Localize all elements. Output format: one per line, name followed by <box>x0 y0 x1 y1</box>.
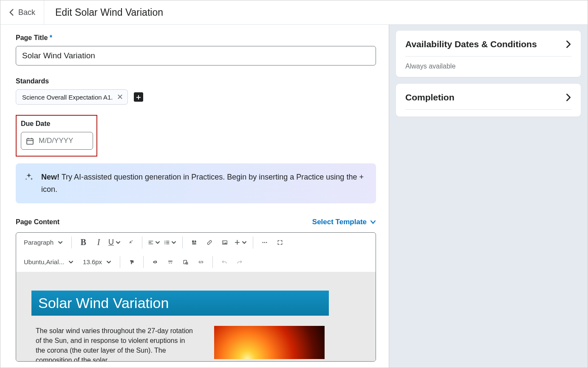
chevron-left-icon <box>9 9 14 16</box>
completion-card: Completion <box>396 84 581 117</box>
svg-rect-0 <box>27 139 33 144</box>
availability-status: Always available <box>405 57 571 70</box>
add-standard-button[interactable]: ＋ <box>134 92 143 102</box>
availability-card-header[interactable]: Availability Dates & Conditions <box>405 39 571 57</box>
page-title-input[interactable] <box>16 46 376 66</box>
availability-card: Availability Dates & Conditions Always a… <box>396 31 581 77</box>
accessibility-checker-button[interactable] <box>148 255 162 269</box>
due-date-input-wrap[interactable] <box>21 132 93 150</box>
svg-line-29 <box>187 264 188 264</box>
select-template-button[interactable]: Select Template <box>312 218 376 226</box>
standards-label: Standards <box>16 77 376 85</box>
svg-point-22 <box>266 242 267 242</box>
calendar-icon <box>26 137 34 145</box>
document-paragraph: The solar wind varies throughout the 27-… <box>36 326 195 361</box>
sparkle-icon <box>24 172 34 182</box>
due-date-label: Due Date <box>21 120 92 128</box>
svg-rect-17 <box>192 244 196 244</box>
page-title: Edit Solar Wind Variation <box>44 7 163 18</box>
bold-button[interactable]: B <box>76 235 90 250</box>
underline-button[interactable]: U <box>107 235 122 250</box>
chevron-down-icon <box>58 240 63 245</box>
link-button[interactable] <box>202 235 217 250</box>
svg-rect-16 <box>192 242 196 243</box>
main-form: Page Title * Standards Science Overall E… <box>0 25 389 368</box>
preview-button[interactable] <box>178 255 193 269</box>
svg-point-15 <box>195 240 196 242</box>
chevron-down-icon <box>171 240 176 245</box>
svg-rect-14 <box>192 240 194 242</box>
page-title-label: Page Title * <box>16 34 376 42</box>
insert-more-button[interactable]: + <box>233 235 249 250</box>
rich-text-editor: Paragraph B I U <box>16 232 376 362</box>
document-title: Solar Wind Variation <box>31 291 329 316</box>
svg-point-10 <box>164 243 165 244</box>
back-button[interactable]: Back <box>6 0 44 24</box>
standard-chip-label: Science Overall Expectation A1. <box>22 94 113 101</box>
chevron-down-icon <box>370 220 376 224</box>
chevron-down-icon <box>116 240 121 245</box>
font-size-select[interactable]: 13.6px <box>79 256 116 268</box>
ai-banner: New! Try AI-assisted question generation… <box>16 163 376 203</box>
source-code-button[interactable] <box>194 255 208 269</box>
font-family-select[interactable]: Ubuntu,Arial... <box>20 256 78 268</box>
due-date-input[interactable] <box>39 137 88 145</box>
svg-line-4 <box>131 240 132 241</box>
completion-title: Completion <box>405 92 455 103</box>
fullscreen-button[interactable] <box>273 235 287 250</box>
toolbar-row-2: Ubuntu,Arial... 13.6px <box>16 252 376 272</box>
svg-line-30 <box>201 261 201 263</box>
svg-point-8 <box>164 240 165 241</box>
svg-point-9 <box>164 242 165 243</box>
chevron-right-icon <box>565 93 571 102</box>
chevron-down-icon <box>68 260 74 265</box>
italic-button[interactable]: I <box>91 235 106 250</box>
sun-image <box>214 326 325 359</box>
svg-point-20 <box>263 242 263 242</box>
redo-button[interactable] <box>232 255 247 269</box>
align-button[interactable] <box>147 235 162 250</box>
ai-banner-badge: New! <box>41 173 59 181</box>
format-painter-button[interactable] <box>124 255 139 269</box>
standard-chip[interactable]: Science Overall Expectation A1. ✕ <box>16 89 128 105</box>
block-format-select[interactable]: Paragraph <box>20 236 67 248</box>
text-color-button[interactable] <box>123 235 138 250</box>
image-button[interactable] <box>218 235 232 250</box>
chevron-down-icon <box>106 260 111 265</box>
chevron-down-icon <box>155 240 160 245</box>
chevron-down-icon <box>242 240 247 245</box>
svg-point-21 <box>264 242 265 242</box>
list-button[interactable] <box>163 235 178 250</box>
page-header: Back Edit Solar Wind Variation <box>0 0 588 25</box>
chevron-right-icon <box>565 40 571 48</box>
undo-button[interactable] <box>217 255 232 269</box>
remove-standard-icon[interactable]: ✕ <box>117 93 123 101</box>
back-label: Back <box>18 8 35 17</box>
insert-stuff-button[interactable] <box>187 235 201 250</box>
due-date-section: Due Date <box>16 115 97 157</box>
more-actions-button[interactable] <box>257 235 272 250</box>
word-count-button[interactable] <box>163 255 178 269</box>
svg-point-19 <box>223 241 224 242</box>
toolbar-row-1: Paragraph B I U <box>16 233 376 252</box>
editor-content-area[interactable]: Solar Wind Variation The solar wind vari… <box>16 272 376 361</box>
ai-banner-text: Try AI-assisted question generation in P… <box>41 173 364 194</box>
page-content-label: Page Content <box>16 218 59 226</box>
completion-card-header[interactable]: Completion <box>405 92 571 110</box>
availability-title: Availability Dates & Conditions <box>405 39 537 49</box>
right-sidebar: Availability Dates & Conditions Always a… <box>389 25 588 368</box>
